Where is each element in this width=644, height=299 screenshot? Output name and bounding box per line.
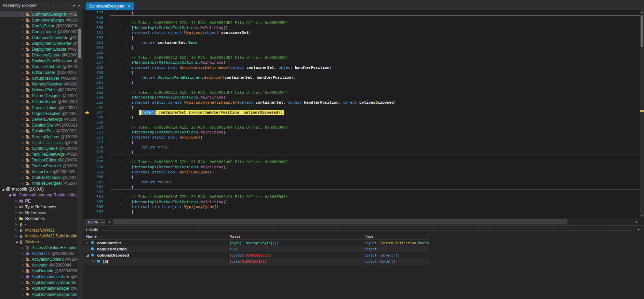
collapsed-icon[interactable]: ▷ [21, 129, 25, 132]
code-line-362[interactable]: 362 [83, 85, 640, 90]
line-number[interactable]: 386 [83, 205, 103, 210]
collapsed-icon[interactable]: ▷ [14, 205, 18, 208]
column-header-name[interactable]: Name [83, 233, 227, 240]
code-line-381[interactable]: 381return false; [83, 180, 640, 185]
collapsed-icon[interactable]: ▷ [21, 246, 25, 249]
collapsed-icon[interactable]: ▷ [14, 223, 18, 226]
collapsed-icon[interactable]: ▷ [21, 141, 25, 144]
collapsed-icon[interactable]: ▷ [21, 147, 25, 150]
line-number[interactable]: 365 [83, 100, 103, 105]
line-number[interactable]: 387 [83, 210, 103, 215]
line-number[interactable]: 355 [83, 50, 103, 55]
line-number[interactable]: 378 [83, 165, 103, 170]
close-icon[interactable]: ✕ [77, 4, 82, 8]
collapsed-icon[interactable]: ▷ [92, 260, 96, 263]
collapsed-icon[interactable]: ▷ [21, 65, 25, 68]
collapsed-icon[interactable]: ▷ [21, 13, 25, 16]
tree-item-item[interactable]: ▷{}- [0, 221, 77, 227]
line-number[interactable]: 357 [83, 60, 103, 65]
scroll-down-icon[interactable]: ▼ [640, 214, 644, 218]
tree-item-vectortree[interactable]: ▷VectorTree@02000028 [0, 169, 77, 175]
line-number[interactable]: 371 [83, 130, 103, 135]
line-number[interactable]: 377 [83, 160, 103, 165]
tree-item-pciturescope[interactable]: ▷PcitureScope@0200001D [0, 99, 77, 105]
code-line-371[interactable]: 371[MethodImpl(MethodImplOptions.NoInlin… [83, 130, 640, 135]
zoom-select[interactable]: 100 % [85, 219, 102, 225]
line-number[interactable]: 349 [83, 21, 103, 26]
collapsed-icon[interactable]: ▷ [21, 24, 25, 27]
code-line-366[interactable]: 366{ [83, 105, 640, 110]
expanded-icon[interactable]: ◢ [14, 240, 18, 244]
tree-item-deploymentloader[interactable]: ▷DeploymentLoader@020 [0, 46, 77, 52]
code-line-382[interactable]: 382} [83, 185, 640, 190]
chevron-down-icon[interactable]: ▾ [636, 228, 641, 231]
code-line-375[interactable]: 375} [83, 150, 640, 155]
code-line-387[interactable]: 387{ [83, 210, 640, 215]
line-number[interactable]: 358 [83, 65, 103, 70]
code-line-376[interactable]: 376 [83, 155, 640, 160]
line-number[interactable]: 381 [83, 180, 103, 185]
tab-close-icon[interactable]: ✕ [128, 4, 130, 8]
tree-item-activationcontext[interactable]: ▷ActivationContext@0200 [0, 257, 77, 262]
collapsed-icon[interactable]: ▷ [21, 135, 25, 138]
tree-item-domainattribute[interactable]: ▷DomainAttribute@02000 [0, 64, 77, 70]
line-number[interactable]: 348 [83, 16, 103, 21]
tree-item-mscorlib-2-0-0-0[interactable]: ◢mscorlib (2.0.0.0) [0, 186, 77, 192]
code-line-353[interactable]: 353return containerSet.Name; [83, 40, 640, 46]
line-number[interactable]: 363 [83, 90, 103, 95]
editor-vertical-scrollbar[interactable]: ▲ ▼ [640, 10, 644, 218]
tree-item-symboldictionary[interactable]: ▷SymbolDictionary@0200 [0, 140, 77, 145]
code-line-349[interactable]: 349// Token: 0x06000011 RID: 17 RVA: 0x0… [83, 21, 640, 26]
chevron-down-icon[interactable]: ▾ [71, 4, 77, 8]
tree-item-solutiontree[interactable]: ▷SolutionTree@02000022 [0, 128, 77, 134]
collapsed-icon[interactable]: ▷ [21, 124, 25, 127]
tree-item-pe[interactable]: ▷PE [0, 198, 77, 204]
code-line-354[interactable]: 354} [83, 46, 640, 51]
sidebar-scrollbar-thumb[interactable] [78, 29, 81, 58]
tree-item-directoryqueue[interactable]: ▷DirectoryQueue@020000 [0, 52, 77, 58]
collapsed-icon[interactable]: ▷ [21, 112, 25, 115]
code-line-363[interactable]: 363// Token: 0x06000013 RID: 19 RVA: 0x0… [83, 90, 640, 95]
collapsed-icon[interactable]: ▷ [21, 287, 25, 290]
code-line-374[interactable]: 374return true; [83, 145, 640, 150]
tree-item-componentscope[interactable]: ▷ComponentScope@0200 [0, 17, 77, 23]
tree-item-appdomainsetup[interactable]: ▷AppDomainSetup@0200 [0, 297, 77, 299]
expanded-icon[interactable]: ◢ [8, 193, 12, 197]
expanded-icon[interactable]: ◢ [85, 254, 90, 257]
collapsed-icon[interactable]: ▷ [21, 71, 25, 74]
tab-commanddesigner[interactable]: CommandDesigner ✕ [86, 2, 134, 10]
tree-item-microsoft-win32[interactable]: ▷{}Microsoft.Win32 [0, 227, 77, 233]
scroll-left-icon[interactable]: ◀ [108, 220, 110, 223]
code-line-377[interactable]: 377// Token: 0x06000015 RID: 21 RVA: 0x0… [83, 160, 640, 165]
locals-row-containerset[interactable]: ▷containerSet{Byte[] Decrypt(Byte[])}obj… [83, 240, 429, 246]
editor-scrollbar-thumb[interactable] [641, 15, 643, 47]
code-line-359[interactable]: 359{ [83, 70, 640, 76]
tree-item-editorloader[interactable]: ▷EditorLoader@02000018 [0, 70, 77, 76]
code-line-352[interactable]: 352{ [83, 36, 640, 41]
collapsed-icon[interactable]: ▷ [21, 264, 25, 267]
code-line-379[interactable]: 379internal static bool Wyqijumylyshe() [83, 170, 640, 175]
line-number[interactable]: 354 [83, 46, 103, 51]
collapsed-icon[interactable]: ▷ [14, 217, 18, 220]
tree-item-appdomainmanager[interactable]: ▷AppDomainManager@02 [0, 286, 77, 291]
code-editor[interactable]: 347}348349// Token: 0x06000011 RID: 17 R… [83, 10, 640, 218]
tree-item-accessviolationexception[interactable]: ▷AccessViolationException [0, 245, 77, 251]
line-number[interactable]: 352 [83, 36, 103, 41]
code-line-350[interactable]: 350[MethodImpl(MethodImplOptions.NoInlin… [83, 26, 640, 31]
tree-item-dockingpanedesigner[interactable]: ▷DockingPaneDesigner@0 [0, 58, 77, 64]
code-line-386[interactable]: 386internal static object Wyqijumylyshe(… [83, 205, 640, 210]
tree-item-configlayout[interactable]: ▷ConfigLayout@0200000C [0, 29, 77, 35]
collapsed-icon[interactable]: ▷ [21, 275, 25, 278]
tree-item-symbolqueue[interactable]: ▷SymbolQueue@0200002 [0, 145, 77, 151]
code-line-384[interactable]: 384// Token: 0x06000016 RID: 22 RVA: 0x0… [83, 195, 640, 200]
tree-item-xmlfiledesigner[interactable]: ▷XmlFileDesigner@02000 [0, 181, 77, 186]
tree-item-solutionsite[interactable]: ▷SolutionSite@02000021 [0, 122, 77, 128]
collapsed-icon[interactable]: ▷ [21, 293, 25, 296]
collapsed-icon[interactable]: ▷ [21, 53, 25, 56]
tree-item-databaseconverter[interactable]: ▷DatabaseConverter@020 [0, 35, 77, 40]
collapsed-icon[interactable]: ▷ [14, 199, 18, 203]
code-line-364[interactable]: 364[MethodImpl(MethodImplOptions.NoInlin… [83, 95, 640, 100]
tree-item-resources[interactable]: ▷Resources [0, 216, 77, 221]
tree-item-deploymentconverter[interactable]: ▷DeploymentConverter@0 [0, 40, 77, 46]
tree-item-appdomainmanagerinitiali[interactable]: ▷AppDomainManagerInitiali [0, 291, 77, 297]
